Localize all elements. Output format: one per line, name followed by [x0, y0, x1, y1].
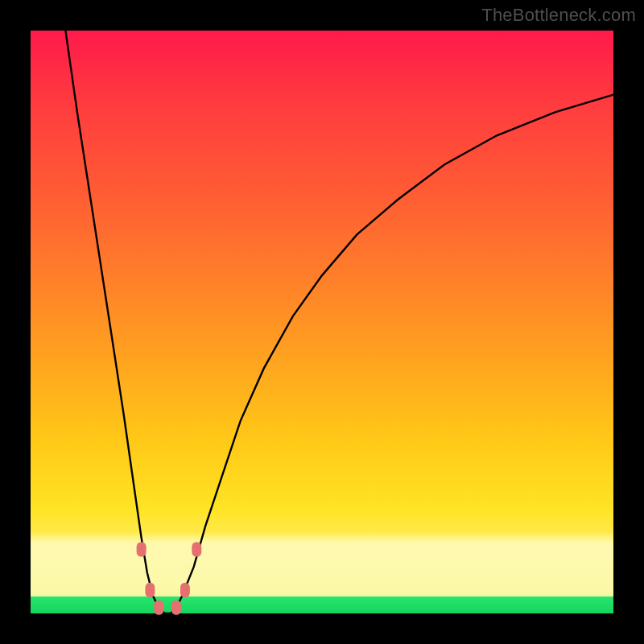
marker-min-left	[154, 601, 163, 615]
bottleneck-curve	[65, 31, 613, 613]
marker-left-upper	[137, 542, 147, 556]
marker-right-lower	[180, 583, 190, 597]
curve-layer	[31, 31, 613, 613]
marker-right-upper	[192, 542, 201, 556]
chart-frame: TheBottleneck.com	[0, 0, 644, 644]
marker-group	[137, 542, 202, 614]
marker-left-lower	[145, 583, 155, 597]
marker-min-right	[171, 601, 181, 615]
watermark-text: TheBottleneck.com	[481, 5, 636, 26]
plot-area	[31, 31, 613, 613]
